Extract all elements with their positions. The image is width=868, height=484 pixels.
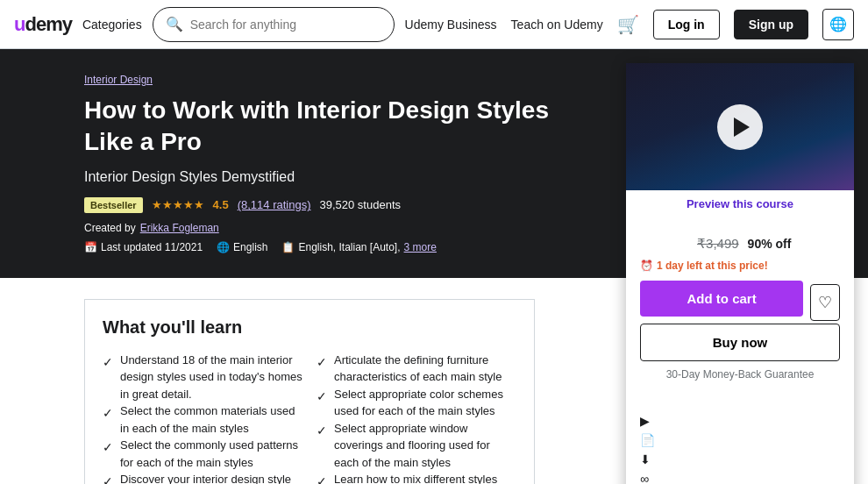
- language-button[interactable]: 🌐: [822, 9, 854, 40]
- star-rating: ★★★★★: [152, 198, 204, 211]
- cart-icon[interactable]: 🛒: [617, 14, 639, 35]
- rating-count[interactable]: (8,114 ratings): [238, 198, 311, 211]
- check-icon: ✓: [317, 353, 327, 372]
- captions-more-link[interactable]: 3 more: [404, 241, 437, 253]
- business-link[interactable]: Udemy Business: [405, 18, 497, 32]
- buy-now-button[interactable]: Buy now: [640, 324, 840, 361]
- preview-label[interactable]: Preview this course: [626, 190, 854, 217]
- search-input[interactable]: [190, 18, 381, 32]
- udemy-logo[interactable]: udemy: [14, 13, 72, 36]
- download-icon: ⬇: [640, 452, 656, 466]
- course-title: How to Work with Interior Design Styles …: [84, 95, 566, 159]
- created-by: Created by Erikka Fogleman: [84, 222, 566, 234]
- learn-title: What you'll learn: [103, 317, 516, 338]
- infinity-icon: ∞: [640, 472, 656, 484]
- price-section: ₹360 ₹3,499 90% off ⏰ 1 day left at this…: [626, 217, 854, 381]
- timer-text: 1 day left at this price!: [657, 260, 768, 272]
- current-price: ₹360: [640, 231, 688, 256]
- hero-section: Interior Design How to Work with Interio…: [0, 49, 868, 278]
- add-to-cart-button[interactable]: Add to cart: [640, 281, 803, 317]
- navbar-right: Udemy Business Teach on Udemy 🛒 Log in S…: [405, 9, 854, 40]
- discount-label: 90% off: [748, 237, 792, 251]
- language-info: 🌐 English: [217, 241, 267, 253]
- learn-grid: ✓ Understand 18 of the main interior des…: [103, 352, 516, 484]
- navbar: udemy Categories 🔍 Udemy Business Teach …: [0, 0, 868, 49]
- hero-info-row: 📅 Last updated 11/2021 🌐 English 📋 Engli…: [84, 241, 566, 253]
- include-resources: ⬇ 28 downloadable resources: [640, 452, 840, 466]
- timer-icon: ⏰: [640, 260, 653, 272]
- search-bar[interactable]: 🔍: [153, 7, 395, 42]
- check-icon: ✓: [317, 473, 327, 484]
- learn-item: ✓ Select the common materials used in ea…: [103, 402, 302, 437]
- learn-item: ✓ Select the commonly used patterns for …: [103, 437, 302, 471]
- check-icon: ✓: [317, 422, 327, 440]
- login-button[interactable]: Log in: [653, 10, 720, 39]
- content-area: What you'll learn ✓ Understand 18 of the…: [84, 299, 535, 484]
- original-price: ₹3,499: [697, 236, 739, 252]
- breadcrumb[interactable]: Interior Design: [84, 74, 566, 86]
- search-icon: 🔍: [166, 16, 183, 32]
- wishlist-button[interactable]: ♡: [810, 284, 840, 321]
- learn-items-left: ✓ Understand 18 of the main interior des…: [103, 352, 302, 484]
- timer-row: ⏰ 1 day left at this price!: [640, 260, 840, 272]
- course-subtitle: Interior Design Styles Demystified: [84, 169, 566, 185]
- categories-menu[interactable]: Categories: [82, 18, 142, 32]
- check-icon: ✓: [103, 353, 113, 372]
- teach-link[interactable]: Teach on Udemy: [511, 18, 603, 32]
- video-icon: ▶: [640, 414, 656, 428]
- check-icon: ✓: [103, 404, 113, 423]
- creator-link[interactable]: Erikka Fogleman: [140, 222, 219, 234]
- hero-meta: Bestseller ★★★★★ 4.5 (8,114 ratings) 39,…: [84, 197, 566, 213]
- includes-title: This course includes:: [640, 391, 840, 405]
- learn-item: ✓ Articulate the defining furniture char…: [317, 352, 516, 386]
- signup-button[interactable]: Sign up: [734, 10, 808, 39]
- articles-icon: 📄: [640, 433, 656, 447]
- include-articles: 📄 7 articles: [640, 433, 840, 447]
- play-icon: [734, 117, 750, 137]
- learn-item: ✓ Select appropriate window coverings an…: [317, 420, 516, 472]
- captions-info: 📋 English, Italian [Auto], 3 more: [281, 241, 436, 253]
- play-button[interactable]: [717, 104, 763, 150]
- student-count: 39,520 students: [320, 198, 402, 211]
- rating-value: 4.5: [213, 198, 229, 211]
- hero-content: Interior Design How to Work with Interio…: [84, 74, 566, 253]
- guarantee-text: 30-Day Money-Back Guarantee: [640, 368, 840, 381]
- check-icon: ✓: [103, 473, 113, 484]
- learn-item: ✓ Understand 18 of the main interior des…: [103, 352, 302, 403]
- preview-thumbnail[interactable]: [626, 63, 854, 190]
- include-lifetime: ∞ Full lifetime access: [640, 472, 840, 484]
- includes-section: This course includes: ▶ 5.5 hours on-dem…: [626, 391, 854, 484]
- learn-box: What you'll learn ✓ Understand 18 of the…: [84, 299, 535, 484]
- learn-item: ✓ Select appropriate color schemes used …: [317, 386, 516, 420]
- cart-action-row: Add to cart ♡: [640, 281, 840, 324]
- price-row: ₹360 ₹3,499 90% off: [640, 231, 840, 256]
- learn-items-right: ✓ Articulate the defining furniture char…: [317, 352, 516, 484]
- bestseller-badge: Bestseller: [84, 197, 143, 213]
- update-info: 📅 Last updated 11/2021: [84, 241, 203, 253]
- include-video: ▶ 5.5 hours on-demand video: [640, 414, 840, 428]
- check-icon: ✓: [103, 438, 113, 457]
- learn-item: ✓ Discover your interior design style pe…: [103, 471, 302, 484]
- check-icon: ✓: [317, 388, 327, 406]
- learn-item: ✓ Learn how to mix different styles with…: [317, 471, 516, 484]
- preview-card: Preview this course ₹360 ₹3,499 90% off …: [626, 63, 854, 484]
